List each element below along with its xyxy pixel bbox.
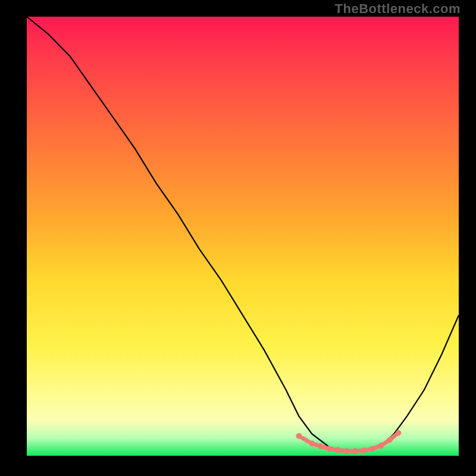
marker-dash xyxy=(392,435,396,439)
watermark-text: TheBottleneck.com xyxy=(335,1,461,17)
plot-area xyxy=(27,17,459,456)
chart-svg xyxy=(27,17,459,456)
marker-dash xyxy=(302,438,309,441)
marker-dot xyxy=(396,430,401,436)
marker-dash xyxy=(383,441,387,444)
chart-frame: TheBottleneck.com xyxy=(0,0,476,476)
curve-line xyxy=(27,17,459,452)
